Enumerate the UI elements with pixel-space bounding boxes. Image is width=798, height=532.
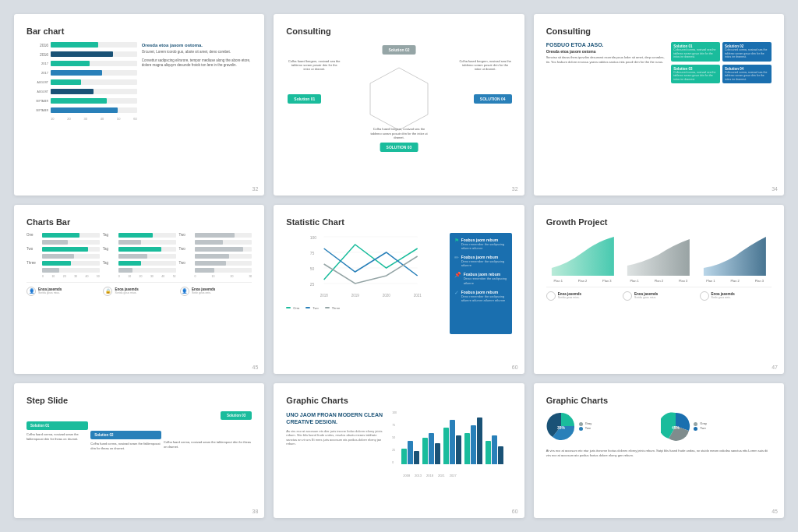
- bar-blue: [492, 435, 497, 464]
- bar-row: AUGUST: [26, 89, 137, 94]
- x-label: 2027: [450, 474, 457, 477]
- bar-dark: [456, 435, 461, 464]
- y-label: 0: [392, 461, 397, 464]
- bar-label: 2017: [26, 71, 48, 75]
- legend-icon-1: 👤: [26, 287, 36, 296]
- sol3-desc: Colha fuaed bergem, nosivad sea the tabl…: [368, 127, 430, 139]
- svg-text:50: 50: [310, 266, 315, 271]
- bar-teal: [401, 449, 407, 464]
- bar-label: SEPTABER: [26, 109, 48, 112]
- step-row-top: Solution 03: [26, 411, 252, 420]
- cb-fill: [118, 247, 161, 252]
- bar-dark: [414, 451, 419, 464]
- legend-dot-2: [305, 307, 310, 308]
- growth-legend-sub: Sodo gous aeis.: [711, 296, 735, 299]
- x-label: 2021: [438, 474, 445, 477]
- stat-item-row: 📌 Foabus jaom rebum Deno remember the sa…: [454, 272, 507, 284]
- stat-item-text: Deno remember the sadipscing atlumre atl…: [461, 294, 507, 302]
- growth-legend-sub: Soridu gous mius.: [558, 296, 581, 299]
- bar-row: AUGUST: [26, 79, 137, 85]
- cb-label: Tag: [103, 247, 117, 251]
- slide1-title: Bar chart: [26, 26, 252, 36]
- bar-group-3: [443, 420, 461, 464]
- bar-fill: [51, 107, 118, 113]
- gc-left: UNO JAOM FROAN MODERN CLEAN CREATIVE DES…: [286, 411, 386, 477]
- sol4-desc: Colha fuaed bergem, nosivad sea the tabl…: [459, 59, 512, 72]
- growth-legend-icon-2: [623, 291, 632, 301]
- growth-svg-gray: [622, 233, 695, 276]
- y-label: 25: [392, 449, 397, 452]
- plan-1: Plan 1: [554, 279, 563, 283]
- cb-fill: [42, 254, 74, 259]
- cb-row: Two: [179, 233, 252, 238]
- gc2-dot: [694, 422, 697, 426]
- legend-dot-1: [286, 307, 291, 308]
- bar-label: SEPTABER: [26, 100, 48, 103]
- svg-text:75: 75: [310, 251, 315, 255]
- cb-row: Three: [26, 261, 100, 266]
- cb-track: [118, 261, 176, 266]
- bar-track: [51, 89, 137, 94]
- y-label: 100: [392, 411, 397, 414]
- bar-row: 2017: [26, 61, 137, 66]
- chart-description: Oresda etoa jasom ostoma. Orcunet, Lorem…: [142, 42, 252, 121]
- legend-1: 👤 Enoa jasemds Soridu gous mius.: [26, 287, 98, 296]
- consulting-layout: FOSDUO ETOA JASO. Oresda etoa jasom osto…: [546, 42, 772, 83]
- y-label: 75: [392, 424, 397, 427]
- step-name-1: Solution 01: [30, 424, 84, 428]
- svg-text:35%: 35%: [557, 425, 566, 430]
- slide-growth-project: Growth Project Plan 1 Plan 2 Plan 3: [534, 205, 784, 375]
- divider: [546, 287, 772, 287]
- step-box-2: Solution 02: [90, 431, 161, 439]
- cb-row: [179, 240, 252, 245]
- cb-track: [118, 233, 176, 238]
- consulting-left: FOSDUO ETOA JASO. Oresda etoa jasom osto…: [546, 42, 667, 83]
- growth-svg-blue: [698, 233, 772, 276]
- stat-item-3: 📌 Foabus jaom rebum Deno remember the sa…: [454, 272, 507, 284]
- bar-blue: [408, 441, 413, 464]
- sub-title: Oresda etoa jasom ostoma: [546, 49, 667, 54]
- line-chart-svg: 100 75 50 25: [286, 233, 443, 303]
- stat-left: 100 75 50 25: [286, 233, 443, 334]
- slide-number: 32: [252, 186, 259, 192]
- gc-bars: [401, 411, 511, 464]
- pencil-icon: ✏: [454, 255, 459, 261]
- growth-legends: Enoa jasemds Soridu gous mius. Enoa jase…: [546, 291, 772, 301]
- gc-text: As virs eco at accosum ets dier juris in…: [286, 429, 386, 446]
- bar-track: [51, 79, 137, 85]
- bar-teal: [464, 433, 470, 464]
- plan-2: Plan 2: [655, 279, 663, 283]
- legend-sub: Soridu gous mius.: [115, 291, 138, 294]
- stat-item-4: ✓ Foabus jaom rebum Deno remember the sa…: [454, 290, 507, 302]
- slide8-title: Graphic Charts: [286, 396, 511, 405]
- stat-item-text: Deno remember the sadipscing atlumre atl…: [461, 242, 507, 250]
- cb-fill: [118, 240, 142, 245]
- plan-3: Plan 3: [602, 279, 611, 283]
- bar-label: 2016: [26, 43, 48, 48]
- growth-section-blue: Plan 1 Plan 2 Plan 3: [698, 233, 772, 283]
- bar-label: AUGUST: [26, 90, 48, 93]
- sol-desc: Coltrouned corma, nosivad sea the tablem…: [673, 71, 718, 82]
- cb-row: [26, 268, 100, 273]
- growth-legend-3: Enoa jasemds Sodo gous aeis.: [700, 291, 772, 301]
- solution-03-label: SOLUTION 03: [380, 143, 418, 152]
- gc2-dot: [694, 427, 697, 431]
- legend-dot-3: [325, 307, 330, 308]
- legend-icon-3: 👤: [180, 287, 189, 296]
- bar-blue: [429, 433, 434, 464]
- legend-sub: Soridu gous mius.: [38, 291, 62, 294]
- cb-track: [42, 261, 100, 266]
- gc2-label: Two: [585, 426, 591, 431]
- step-desc-3: Cofha fuard corma, nosivad seam the tabl…: [164, 440, 252, 449]
- stat-item-row: ✓ Foabus jaom rebum Deno remember the sa…: [454, 290, 507, 302]
- cb-row: Tag: [103, 247, 176, 252]
- cb-fill: [42, 261, 71, 266]
- cb-section-1: One Two Three: [26, 233, 100, 278]
- cb-fill: [42, 233, 79, 238]
- bar-fill-teal: [51, 42, 98, 48]
- x-label: 2008: [403, 474, 410, 477]
- growth-svg-teal: [546, 233, 620, 276]
- cb-fill: [195, 268, 215, 273]
- slide-bar-chart: Bar chart 2016 2016 2017: [14, 14, 264, 196]
- slide-consulting-hex: Consulting Solution 02 Solution 01 SOLUT…: [274, 14, 524, 196]
